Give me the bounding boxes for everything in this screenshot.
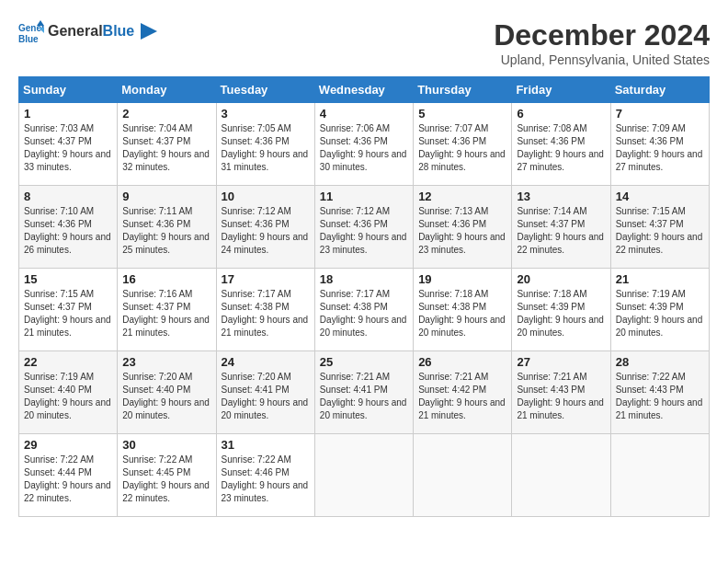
- location: Upland, Pennsylvania, United States: [494, 52, 710, 67]
- day-info: Sunrise: 7:17 AM Sunset: 4:38 PM Dayligh…: [222, 288, 310, 339]
- day-info: Sunrise: 7:17 AM Sunset: 4:38 PM Dayligh…: [320, 288, 408, 339]
- calendar-cell: 15Sunrise: 7:15 AM Sunset: 4:37 PM Dayli…: [19, 269, 118, 351]
- day-number: 16: [122, 272, 210, 286]
- day-number: 22: [24, 355, 112, 369]
- day-info: Sunrise: 7:11 AM Sunset: 4:36 PM Dayligh…: [122, 205, 210, 257]
- calendar-week-row: 29Sunrise: 7:22 AM Sunset: 4:44 PM Dayli…: [19, 434, 710, 517]
- day-number: 31: [222, 438, 310, 452]
- day-info: Sunrise: 7:09 AM Sunset: 4:36 PM Dayligh…: [616, 122, 704, 174]
- day-number: 29: [24, 438, 112, 452]
- calendar-cell: 3Sunrise: 7:05 AM Sunset: 4:36 PM Daylig…: [216, 103, 314, 186]
- day-number: 8: [24, 190, 112, 203]
- day-info: Sunrise: 7:20 AM Sunset: 4:40 PM Dayligh…: [122, 371, 210, 422]
- day-info: Sunrise: 7:20 AM Sunset: 4:41 PM Dayligh…: [222, 371, 310, 422]
- day-number: 27: [517, 355, 605, 369]
- calendar-week-row: 8Sunrise: 7:10 AM Sunset: 4:36 PM Daylig…: [19, 186, 710, 269]
- calendar-cell: 10Sunrise: 7:12 AM Sunset: 4:36 PM Dayli…: [216, 186, 314, 269]
- svg-marker-4: [141, 23, 157, 40]
- page-header: General Blue GeneralBlue December 2024 U…: [18, 18, 710, 67]
- day-info: Sunrise: 7:21 AM Sunset: 4:41 PM Dayligh…: [320, 371, 408, 422]
- day-info: Sunrise: 7:15 AM Sunset: 4:37 PM Dayligh…: [616, 205, 704, 257]
- calendar-cell: 2Sunrise: 7:04 AM Sunset: 4:37 PM Daylig…: [118, 103, 216, 186]
- title-block: December 2024 Upland, Pennsylvania, Unit…: [494, 18, 710, 67]
- calendar-cell: 5Sunrise: 7:07 AM Sunset: 4:36 PM Daylig…: [414, 103, 512, 186]
- day-number: 11: [320, 190, 408, 203]
- day-info: Sunrise: 7:18 AM Sunset: 4:39 PM Dayligh…: [517, 288, 605, 339]
- col-friday: Friday: [512, 77, 610, 103]
- calendar-cell: 26Sunrise: 7:21 AM Sunset: 4:42 PM Dayli…: [414, 351, 512, 434]
- day-number: 24: [222, 355, 310, 369]
- day-info: Sunrise: 7:16 AM Sunset: 4:37 PM Dayligh…: [122, 288, 210, 339]
- calendar-cell: [610, 434, 709, 517]
- day-number: 15: [24, 272, 112, 286]
- logo-text: GeneralBlue: [48, 23, 157, 40]
- day-number: 1: [24, 107, 112, 121]
- day-number: 14: [616, 190, 704, 203]
- day-number: 17: [222, 272, 310, 286]
- day-number: 25: [320, 355, 408, 369]
- calendar-cell: 18Sunrise: 7:17 AM Sunset: 4:38 PM Dayli…: [314, 269, 413, 351]
- day-number: 30: [122, 438, 210, 452]
- day-number: 13: [517, 190, 605, 203]
- col-thursday: Thursday: [414, 77, 512, 103]
- calendar-cell: [314, 434, 413, 517]
- col-monday: Monday: [118, 77, 216, 103]
- calendar-cell: 30Sunrise: 7:22 AM Sunset: 4:45 PM Dayli…: [118, 434, 216, 517]
- calendar-cell: [512, 434, 610, 517]
- calendar-week-row: 22Sunrise: 7:19 AM Sunset: 4:40 PM Dayli…: [19, 351, 710, 434]
- month-title: December 2024: [494, 18, 710, 52]
- day-info: Sunrise: 7:13 AM Sunset: 4:36 PM Dayligh…: [418, 205, 506, 257]
- day-info: Sunrise: 7:22 AM Sunset: 4:46 PM Dayligh…: [222, 454, 310, 505]
- calendar-cell: 17Sunrise: 7:17 AM Sunset: 4:38 PM Dayli…: [216, 269, 314, 351]
- calendar-cell: 21Sunrise: 7:19 AM Sunset: 4:39 PM Dayli…: [610, 269, 709, 351]
- day-info: Sunrise: 7:05 AM Sunset: 4:36 PM Dayligh…: [222, 122, 310, 174]
- col-tuesday: Tuesday: [216, 77, 314, 103]
- calendar-cell: 24Sunrise: 7:20 AM Sunset: 4:41 PM Dayli…: [216, 351, 314, 434]
- logo-icon: General Blue: [18, 18, 44, 44]
- day-number: 7: [616, 107, 704, 121]
- day-number: 21: [616, 272, 704, 286]
- day-number: 26: [418, 355, 506, 369]
- logo-arrow-icon: [141, 23, 157, 40]
- day-info: Sunrise: 7:19 AM Sunset: 4:39 PM Dayligh…: [616, 288, 704, 339]
- day-info: Sunrise: 7:03 AM Sunset: 4:37 PM Dayligh…: [24, 122, 112, 174]
- day-info: Sunrise: 7:10 AM Sunset: 4:36 PM Dayligh…: [24, 205, 112, 257]
- calendar-cell: 4Sunrise: 7:06 AM Sunset: 4:36 PM Daylig…: [314, 103, 413, 186]
- calendar-cell: 11Sunrise: 7:12 AM Sunset: 4:36 PM Dayli…: [314, 186, 413, 269]
- day-number: 12: [418, 190, 506, 203]
- calendar-cell: [414, 434, 512, 517]
- calendar-cell: 12Sunrise: 7:13 AM Sunset: 4:36 PM Dayli…: [414, 186, 512, 269]
- day-info: Sunrise: 7:22 AM Sunset: 4:43 PM Dayligh…: [616, 371, 704, 422]
- col-sunday: Sunday: [19, 77, 118, 103]
- day-info: Sunrise: 7:21 AM Sunset: 4:42 PM Dayligh…: [418, 371, 506, 422]
- day-info: Sunrise: 7:19 AM Sunset: 4:40 PM Dayligh…: [24, 371, 112, 422]
- day-number: 18: [320, 272, 408, 286]
- day-info: Sunrise: 7:07 AM Sunset: 4:36 PM Dayligh…: [418, 122, 506, 174]
- day-info: Sunrise: 7:12 AM Sunset: 4:36 PM Dayligh…: [222, 205, 310, 257]
- day-info: Sunrise: 7:22 AM Sunset: 4:45 PM Dayligh…: [122, 454, 210, 505]
- calendar-table: Sunday Monday Tuesday Wednesday Thursday…: [18, 76, 710, 517]
- day-info: Sunrise: 7:12 AM Sunset: 4:36 PM Dayligh…: [320, 205, 408, 257]
- calendar-week-row: 15Sunrise: 7:15 AM Sunset: 4:37 PM Dayli…: [19, 269, 710, 351]
- calendar-cell: 1Sunrise: 7:03 AM Sunset: 4:37 PM Daylig…: [19, 103, 118, 186]
- calendar-cell: 22Sunrise: 7:19 AM Sunset: 4:40 PM Dayli…: [19, 351, 118, 434]
- col-wednesday: Wednesday: [314, 77, 413, 103]
- day-number: 3: [222, 107, 310, 121]
- day-info: Sunrise: 7:14 AM Sunset: 4:37 PM Dayligh…: [517, 205, 605, 257]
- day-number: 20: [517, 272, 605, 286]
- calendar-header-row: Sunday Monday Tuesday Wednesday Thursday…: [19, 77, 710, 103]
- calendar-cell: 6Sunrise: 7:08 AM Sunset: 4:36 PM Daylig…: [512, 103, 610, 186]
- day-info: Sunrise: 7:15 AM Sunset: 4:37 PM Dayligh…: [24, 288, 112, 339]
- day-number: 23: [122, 355, 210, 369]
- day-number: 10: [222, 190, 310, 203]
- day-info: Sunrise: 7:08 AM Sunset: 4:36 PM Dayligh…: [517, 122, 605, 174]
- calendar-week-row: 1Sunrise: 7:03 AM Sunset: 4:37 PM Daylig…: [19, 103, 710, 186]
- day-number: 2: [122, 107, 210, 121]
- calendar-cell: 16Sunrise: 7:16 AM Sunset: 4:37 PM Dayli…: [118, 269, 216, 351]
- day-info: Sunrise: 7:18 AM Sunset: 4:38 PM Dayligh…: [418, 288, 506, 339]
- calendar-cell: 29Sunrise: 7:22 AM Sunset: 4:44 PM Dayli…: [19, 434, 118, 517]
- calendar-cell: 20Sunrise: 7:18 AM Sunset: 4:39 PM Dayli…: [512, 269, 610, 351]
- logo: General Blue GeneralBlue: [18, 18, 157, 44]
- calendar-cell: 27Sunrise: 7:21 AM Sunset: 4:43 PM Dayli…: [512, 351, 610, 434]
- day-number: 9: [122, 190, 210, 203]
